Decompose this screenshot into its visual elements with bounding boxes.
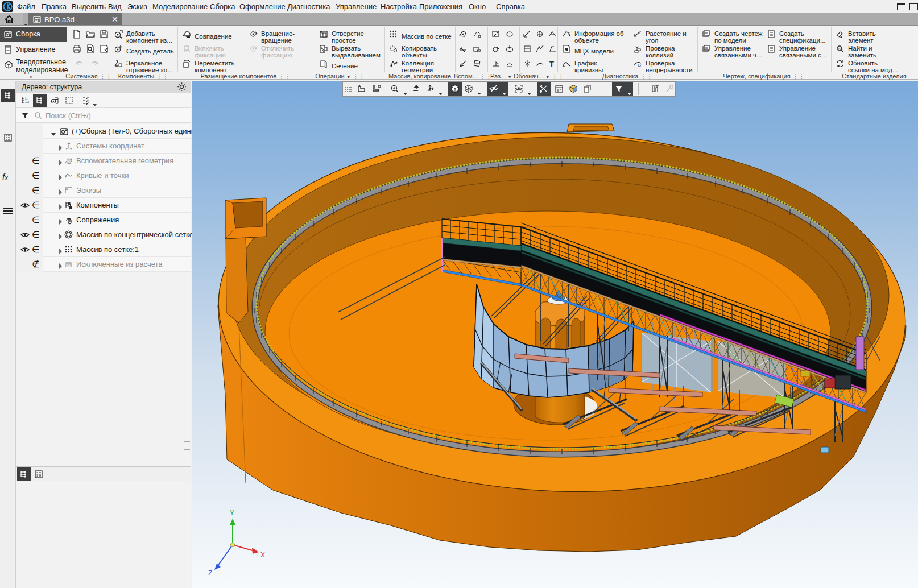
- svg-text:1.2: 1.2: [25, 100, 29, 103]
- svg-text:G?: G?: [638, 63, 642, 68]
- svg-text:?: ?: [567, 31, 570, 36]
- svg-text:X: X: [260, 551, 265, 559]
- svg-text:xΔ: xΔ: [66, 263, 71, 267]
- svg-text:Z: Z: [208, 569, 212, 577]
- svg-text:Y: Y: [230, 509, 234, 517]
- svg-text:AB: AB: [838, 47, 843, 51]
- svg-text:?: ?: [639, 30, 641, 34]
- svg-text:T: T: [549, 60, 554, 68]
